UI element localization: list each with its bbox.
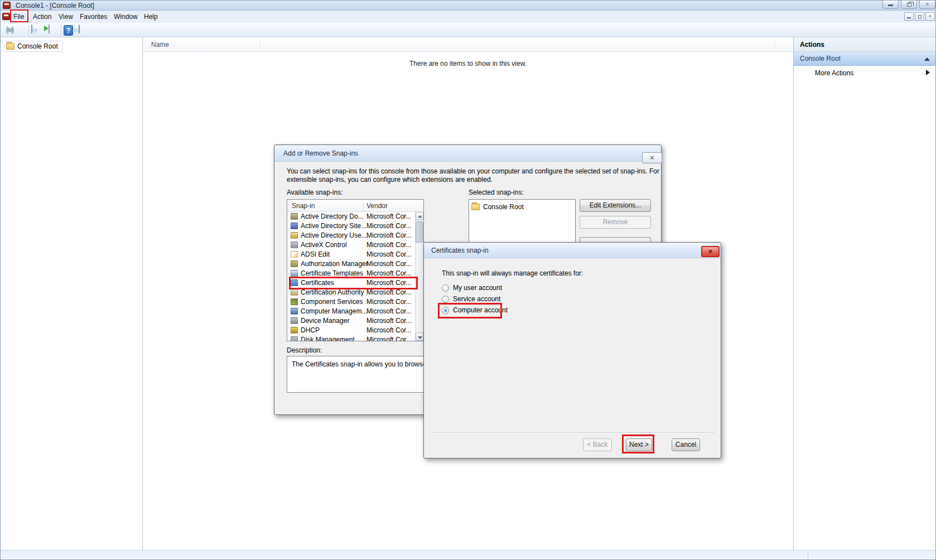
snapin-row[interactable]: Disk ManagementMicrosoft Cor... (288, 335, 415, 341)
snapin-row[interactable]: Active Directory Site...Microsoft Cor... (288, 221, 415, 231)
dialog-close-button[interactable]: × (701, 246, 720, 257)
child-minimize-button[interactable] (904, 12, 914, 21)
cancel-button[interactable]: Cancel (672, 438, 700, 451)
export-list-icon[interactable] (49, 25, 50, 33)
snapin-row[interactable]: Authorization ManagerMicrosoft Cor... (288, 259, 415, 269)
snapin-vendor: Microsoft Cor... (366, 212, 412, 221)
radio-button-icon[interactable] (442, 307, 449, 314)
available-snapins-list[interactable]: Snap-in Vendor Active Directory Do...Mic… (287, 199, 424, 341)
snapin-row[interactable]: Certificate TemplatesMicrosoft Cor... (288, 269, 415, 278)
menu-file[interactable]: File (11, 12, 26, 22)
menu-view[interactable]: View (56, 12, 75, 22)
cert-dialog-prompt: This snap-in will always manage certific… (442, 269, 583, 277)
more-actions-item[interactable]: More Actions (794, 66, 936, 80)
name-column-header[interactable]: Name (151, 41, 169, 49)
actions-pane: Actions Console Root More Actions (793, 37, 936, 550)
snapin-icon (291, 223, 298, 229)
snapin-name: Device Manager (301, 317, 349, 325)
folder-icon (6, 43, 15, 50)
radio-option[interactable]: Service account (442, 293, 508, 305)
snapin-row[interactable]: Certification AuthorityMicrosoft Cor... (288, 288, 415, 297)
dialog-title: Certificates snap-in (431, 247, 489, 254)
child-restore-button[interactable] (915, 12, 924, 21)
account-radio-group: My user accountService accountComputer a… (442, 282, 508, 316)
back-button[interactable]: < Back (583, 438, 612, 451)
snapin-name: Disk Management (301, 336, 355, 341)
dialog-title: Add or Remove Snap-ins (283, 149, 358, 157)
snapin-vendor: Microsoft Cor... (366, 250, 412, 259)
snapin-icon (291, 317, 298, 324)
actions-header-label: Actions (800, 41, 824, 49)
snapin-row[interactable]: Active Directory Do...Microsoft Cor... (288, 212, 415, 221)
radio-option[interactable]: My user account (442, 282, 508, 293)
snapin-row[interactable]: Active Directory Use...Microsoft Cor... (288, 231, 415, 240)
snapin-row[interactable]: Computer Managem...Microsoft Cor... (288, 307, 415, 316)
actions-group-console-root[interactable]: Console Root (794, 52, 936, 66)
next-button[interactable]: Next > (626, 438, 652, 451)
scrollbar-thumb[interactable] (416, 221, 423, 243)
child-close-button[interactable]: × (925, 12, 935, 21)
restore-icon (907, 3, 911, 7)
actions-group-label: Console Root (800, 55, 841, 62)
snapin-icon (291, 260, 298, 267)
folder-icon (471, 204, 480, 210)
toolbar: ? (1, 23, 936, 37)
list-scrollbar[interactable] (415, 212, 423, 341)
snapin-vendor: Microsoft Cor... (366, 307, 412, 316)
tree-item-console-root[interactable]: Console Root (4, 41, 63, 52)
show-action-pane-icon[interactable] (79, 25, 80, 33)
radio-button-icon[interactable] (442, 296, 449, 303)
snapin-column-header[interactable]: Snap-in (292, 202, 315, 210)
snapin-icon (291, 298, 298, 305)
selected-snapins-label: Selected snap-ins: (469, 189, 524, 196)
menu-action[interactable]: Action (31, 12, 54, 22)
snapin-vendor: Microsoft Cor... (366, 221, 412, 231)
dialog-title-bar[interactable]: Add or Remove Snap-ins (274, 145, 661, 162)
snapin-name: ActiveX Control (301, 241, 347, 249)
scroll-down-icon[interactable] (416, 332, 423, 341)
mmc-window: Console1 - [Console Root] × File Action … (0, 0, 936, 560)
menu-help[interactable]: Help (142, 12, 160, 22)
snapin-icon (291, 270, 298, 277)
snapin-icon (291, 289, 298, 296)
menu-window[interactable]: Window (112, 12, 140, 22)
snapin-row[interactable]: DHCPMicrosoft Cor... (288, 326, 415, 335)
snapin-name: Certificate Templates (301, 269, 363, 277)
column-divider[interactable] (259, 38, 260, 51)
edit-extensions-button[interactable]: Edit Extensions... (580, 199, 651, 212)
snapin-icon (291, 327, 298, 334)
dialog-separator (431, 432, 715, 433)
column-divider[interactable] (775, 38, 775, 51)
help-icon[interactable]: ? (64, 25, 73, 36)
radio-option[interactable]: Computer account (442, 305, 508, 316)
list-column-headers[interactable]: Snap-in Vendor (287, 200, 423, 212)
show-console-tree-icon[interactable] (31, 25, 32, 33)
menu-favorites[interactable]: Favorites (78, 12, 109, 22)
restore-button[interactable] (901, 1, 917, 9)
close-button[interactable]: × (919, 1, 935, 9)
column-header-row[interactable]: Name (143, 37, 793, 52)
snapin-row[interactable]: Device ManagerMicrosoft Cor... (288, 316, 415, 326)
remove-button[interactable]: Remove (580, 216, 651, 229)
dialog-intro-text: You can select snap-ins for this console… (287, 167, 664, 184)
collapse-icon[interactable] (924, 57, 930, 61)
snapin-row[interactable]: ADSI EditMicrosoft Cor... (288, 250, 415, 259)
snapin-row[interactable]: CertificatesMicrosoft Cor... (288, 278, 415, 288)
title-bar: Console1 - [Console Root] × (1, 1, 936, 11)
radio-button-icon[interactable] (442, 284, 449, 292)
selected-snapin-item[interactable]: Console Root (471, 203, 524, 211)
snapin-row[interactable]: Component ServicesMicrosoft Cor... (288, 297, 415, 307)
tree-item-label: Console Root (17, 42, 58, 50)
snapin-vendor: Microsoft Cor... (366, 316, 412, 326)
column-divider[interactable] (363, 201, 364, 211)
scroll-up-icon[interactable] (416, 212, 423, 220)
more-actions-label: More Actions (815, 69, 853, 77)
minimize-button[interactable] (882, 1, 899, 9)
snapin-icon (291, 232, 298, 239)
snapin-vendor: Microsoft Cor... (366, 297, 412, 307)
vendor-column-header[interactable]: Vendor (366, 202, 388, 210)
snapin-row[interactable]: ActiveX ControlMicrosoft Cor... (288, 240, 415, 250)
status-bar (1, 550, 936, 560)
dialog-title-bar[interactable]: Certificates snap-in (424, 243, 721, 258)
dialog-close-button[interactable]: × (642, 152, 662, 163)
